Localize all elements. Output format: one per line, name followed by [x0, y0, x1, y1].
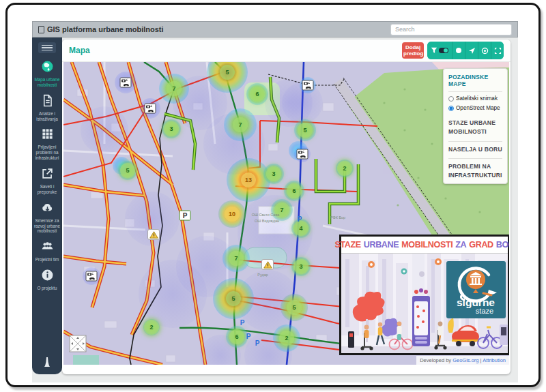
sidebar-item-tim[interactable]: Projektni tim	[32, 237, 62, 266]
sidebar-item-analize[interactable]: Analize i istraživanja	[32, 91, 62, 125]
layers-panel: POZADINSKE MAPE Satelitski snimakOpenStr…	[443, 68, 508, 184]
sidebar-item-label: Prijavljeni problemi na infrastrukturi	[33, 145, 61, 161]
cluster-marker[interactable]: 2	[337, 161, 352, 176]
cluster-marker[interactable]: 5	[298, 123, 313, 138]
sidebar-item-saveti[interactable]: Saveti i preporuke	[32, 164, 62, 198]
map-canvas[interactable]: 57673552313671047355262PPPPP ОШ Свети Са…	[63, 62, 509, 365]
layer-section-2[interactable]: PROBLEMI NA INFRASTRUKTURI	[448, 158, 502, 181]
cluster-marker[interactable]: 3	[293, 259, 308, 274]
search-input[interactable]	[390, 24, 512, 35]
document-icon	[41, 94, 54, 110]
main-card: Mapa Dodaj predlog	[62, 40, 511, 374]
sidebar: Mapa urbane mobilnostiAnalize i istraživ…	[32, 37, 62, 374]
sidebar-item-label: Analize i istraživanja	[33, 111, 61, 122]
circle-icon	[455, 47, 462, 54]
parking-letter-icon: P	[298, 215, 302, 223]
filter-button[interactable]	[427, 42, 452, 59]
cluster-marker[interactable]: 7	[229, 251, 244, 266]
app-icon	[38, 26, 44, 33]
sidebar-item-label: Projektni tim	[35, 257, 59, 262]
app-title-text: GIS platforma urbane mobilnosti	[47, 25, 164, 33]
navigate-button[interactable]	[465, 42, 478, 59]
cluster-marker[interactable]: 7	[167, 81, 182, 96]
map-place-label: ОШ Свети Сава	[252, 213, 280, 217]
cluster-marker[interactable]: 7	[233, 117, 248, 132]
traffic-camera-icon[interactable]	[302, 80, 314, 91]
parking-letter-icon: P	[255, 340, 260, 347]
fullscreen-button[interactable]	[491, 42, 504, 59]
promo-title-word: MOBILNOSTI	[401, 240, 452, 250]
sidebar-item-mapa[interactable]: Mapa urbane mobilnosti	[32, 57, 62, 91]
app-window: GIS platforma urbane mobilnosti Mapa urb…	[5, 3, 541, 387]
radio-unchecked-icon[interactable]	[448, 96, 454, 102]
parking-box-icon[interactable]: P	[179, 211, 191, 221]
locate-button[interactable]	[478, 42, 491, 59]
info-icon	[41, 269, 54, 284]
promo-title-word: ZA	[455, 240, 466, 250]
promo-title-word: GRAD	[469, 240, 493, 250]
traffic-camera-icon[interactable]	[86, 271, 98, 282]
layer-section-0[interactable]: STAZE URBANE MOBILNOSTI	[448, 115, 502, 137]
promo-title-word: URBANE	[364, 240, 399, 250]
globe-icon	[41, 60, 54, 76]
cluster-marker[interactable]: 5	[120, 163, 135, 178]
warning-icon[interactable]	[147, 229, 160, 240]
cluster-marker[interactable]: 4	[293, 221, 308, 236]
toolbar: Mapa Dodaj predlog	[62, 40, 511, 62]
traffic-camera-icon[interactable]	[145, 104, 156, 114]
menu-toggle-icon[interactable]	[38, 42, 56, 53]
cluster-marker[interactable]: 5	[220, 65, 235, 80]
cluster-marker[interactable]: 5	[287, 300, 302, 315]
base-map-option-satellite[interactable]: Satelitski snimak	[448, 95, 502, 102]
cluster-marker[interactable]: 3	[164, 121, 179, 136]
navigate-icon	[468, 47, 476, 55]
fullscreen-icon	[494, 47, 502, 55]
map-attribution: Developed by GeoGis.org | Attribution	[416, 356, 509, 365]
promo-title-word: BOR	[496, 240, 509, 250]
cluster-marker[interactable]: 3	[266, 166, 281, 181]
add-proposal-button[interactable]: Dodaj predlog	[402, 42, 424, 59]
monument-icon	[32, 357, 62, 370]
promo-title-word: STAZE	[334, 240, 360, 250]
promo-title: STAZEURBANEMOBILNOSTIZAGRADBOR	[341, 237, 508, 254]
app-title: GIS platforma urbane mobilnosti	[38, 25, 164, 33]
traffic-camera-icon[interactable]	[120, 78, 132, 88]
warning-icon[interactable]	[261, 259, 274, 270]
map-place-label: ОШ Видовдан	[255, 219, 279, 223]
traffic-camera-icon[interactable]	[297, 149, 308, 160]
base-map-option-osm[interactable]: OpenStreet Mape	[448, 105, 502, 111]
sidebar-item-problemi[interactable]: Prijavljeni problemi na infrastrukturi	[32, 125, 62, 164]
grid-icon	[41, 127, 54, 143]
team-icon	[41, 240, 54, 256]
attribution-link-geogis[interactable]: GeoGis.org	[452, 357, 478, 363]
layer-section-1[interactable]: NASELJA U BORU	[448, 141, 502, 154]
locate-icon	[481, 47, 489, 55]
sidebar-item-label: O projektu	[37, 286, 57, 291]
cluster-marker[interactable]: 6	[250, 87, 265, 102]
parking-letter-icon: P	[240, 319, 245, 327]
cluster-marker[interactable]: 6	[287, 183, 302, 198]
radio-checked-icon[interactable]	[448, 106, 454, 111]
cluster-marker[interactable]: 2	[279, 331, 294, 346]
filter-icon	[431, 47, 437, 54]
layers-panel-title: POZADINSKE MAPE	[448, 74, 502, 92]
cloud-download-icon	[41, 201, 54, 217]
circle-button[interactable]	[452, 42, 465, 59]
sidebar-item-smernice[interactable]: Smernice za razvoj urbane mobilnosti	[32, 198, 62, 238]
promo-illustration: sigurne staze	[341, 254, 508, 353]
pan-control[interactable]	[69, 335, 87, 355]
map-place-label: РФК Бор	[330, 215, 345, 220]
cluster-marker[interactable]: 5	[226, 291, 241, 306]
attribution-prefix: Developed by	[420, 357, 452, 363]
cluster-marker[interactable]: 13	[241, 172, 256, 187]
tab-mapa[interactable]: Mapa	[69, 46, 90, 55]
filter-toggle[interactable]	[439, 48, 448, 53]
parking-letter-icon: P	[246, 333, 251, 340]
external-link-icon	[41, 167, 54, 183]
cluster-marker[interactable]: 2	[144, 320, 159, 335]
map-place-label: Рудар	[257, 273, 268, 277]
attribution-link-attribution[interactable]: Attribution	[483, 357, 506, 363]
sidebar-item-oprojektu[interactable]: O projektu	[32, 266, 62, 295]
cluster-marker[interactable]: 10	[225, 207, 240, 222]
cluster-marker[interactable]: 6	[229, 329, 244, 344]
